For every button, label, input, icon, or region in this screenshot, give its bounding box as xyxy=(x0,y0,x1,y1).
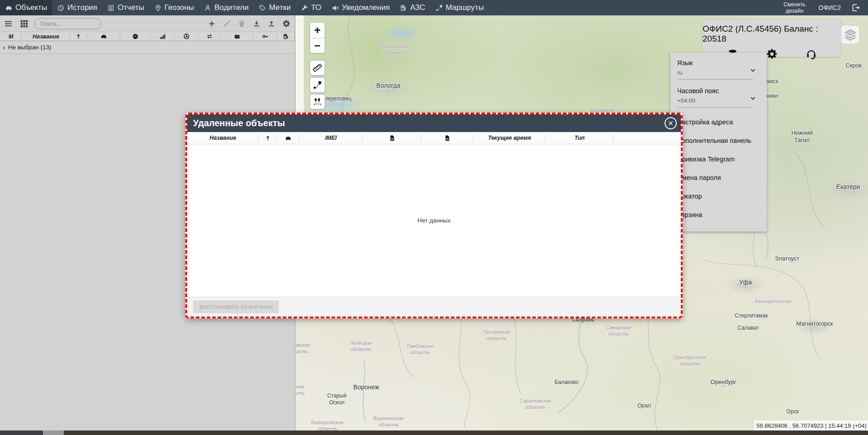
modal-column-header[interactable] xyxy=(277,132,299,144)
toolbar-button[interactable] xyxy=(251,19,261,28)
track-button[interactable] xyxy=(310,94,325,109)
timezone-select[interactable]: Часовой пояс +04:00 xyxy=(677,87,767,108)
top-nav: ОбъектыИсторияОтчетыГеозоныВодителиМетки… xyxy=(0,0,868,15)
toolbar-button[interactable] xyxy=(236,19,246,28)
nav-item[interactable]: АЗС xyxy=(395,0,430,15)
toolbar-button[interactable] xyxy=(222,19,231,28)
user-menu-item[interactable]: Дополнительная панель xyxy=(677,137,767,144)
nav-item[interactable]: Уведомления xyxy=(326,0,395,15)
nav-item-label: Маршруты xyxy=(446,3,484,12)
column-header-content xyxy=(206,33,213,40)
nav-item[interactable]: Геозоны xyxy=(149,0,199,15)
settings-gear-icon[interactable] xyxy=(766,48,778,60)
column-header[interactable] xyxy=(87,32,120,41)
toolbar-button[interactable] xyxy=(281,19,291,28)
language-value: ru xyxy=(677,69,753,80)
measure-distance-button[interactable] xyxy=(310,60,325,76)
column-header[interactable] xyxy=(253,32,277,41)
map-label: Орал xyxy=(637,402,651,409)
modal-column-header[interactable]: Тип xyxy=(546,132,613,144)
toolbar-button[interactable] xyxy=(207,19,217,28)
map-label: Тамбовская область xyxy=(406,343,434,356)
empty-state-text: Нет данных xyxy=(417,217,451,224)
toolbar-button[interactable] xyxy=(266,19,276,28)
nav-item[interactable]: История xyxy=(52,0,102,15)
map-label: Старый Оскол xyxy=(327,392,347,406)
column-header[interactable] xyxy=(151,32,175,41)
map-label: Липецкая область xyxy=(349,340,372,353)
user-menu-item[interactable]: Корзина xyxy=(677,211,767,218)
column-header[interactable] xyxy=(221,32,253,41)
user-menu-item[interactable]: Привязка Telegram xyxy=(677,156,767,163)
modal-column-header[interactable] xyxy=(259,132,277,144)
nav-item-label: Уведомления xyxy=(342,3,390,12)
map-label: Златоуст xyxy=(775,255,799,262)
zoom-out-button[interactable]: − xyxy=(310,38,325,53)
nav-right: Сменить дизайн ОФИС2 xyxy=(781,0,868,15)
column-header[interactable]: Название xyxy=(22,32,70,41)
nav-item-icon xyxy=(107,3,115,12)
column-header[interactable]: М xyxy=(0,32,22,41)
nav-item-icon xyxy=(435,3,443,12)
map-label: Салават xyxy=(737,325,759,331)
nav-item-icon xyxy=(204,3,212,12)
support-headset-icon[interactable] xyxy=(805,48,817,60)
bottom-bar xyxy=(0,430,868,435)
map-label: Череповец xyxy=(324,95,352,102)
column-header[interactable] xyxy=(175,32,198,41)
nav-item-icon xyxy=(400,3,407,12)
map-label: овская асть xyxy=(296,342,310,355)
user-menu-item[interactable]: Настройка адреса xyxy=(677,118,767,126)
grid-view-icon[interactable] xyxy=(19,19,29,28)
user-menu-item[interactable]: Локатор xyxy=(677,193,767,200)
nav-item[interactable]: Водители xyxy=(199,0,254,15)
change-design-button[interactable]: Сменить дизайн xyxy=(781,1,809,14)
map-label: Белгородская область xyxy=(311,420,344,430)
nav-item[interactable]: ТО xyxy=(296,0,326,15)
column-header-content xyxy=(159,33,166,40)
column-header[interactable] xyxy=(70,32,88,41)
modal-column-content: Текущее время xyxy=(488,135,531,141)
search-input[interactable] xyxy=(34,18,101,29)
column-header-content xyxy=(183,33,190,40)
timezone-value: +04:00 xyxy=(677,97,753,108)
modal-body: Нет данных xyxy=(187,144,681,297)
modal-column-header[interactable] xyxy=(421,132,473,144)
logout-icon[interactable] xyxy=(851,3,861,13)
map-label: Воронежская область xyxy=(373,416,404,428)
column-header[interactable] xyxy=(277,32,295,41)
language-select[interactable]: Язык ru xyxy=(677,59,767,80)
modal-column-header[interactable]: Текущее время xyxy=(473,132,546,144)
group-row-not-selected[interactable]: › Не выбран (13) xyxy=(0,41,295,54)
restore-from-trash-button[interactable]: ВОССТАНОВИТЬ ИЗ КОРЗИНЫ xyxy=(193,300,279,313)
nav-items: ОбъектыИсторияОтчетыГеозоныВодителиМетки… xyxy=(0,0,489,15)
nav-item[interactable]: Маршруты xyxy=(430,0,489,15)
menu-icon[interactable] xyxy=(4,19,13,28)
map-label: Уфа xyxy=(739,279,752,287)
column-header[interactable] xyxy=(198,32,220,41)
nav-item-label: Геозоны xyxy=(165,3,194,12)
map-label: Орск xyxy=(786,408,798,415)
user-menu-item[interactable]: Смена пароля xyxy=(677,174,767,181)
user-settings-menu: Язык ru Часовой пояс +04:00 Настройка ад… xyxy=(670,53,767,232)
nav-item[interactable]: Объекты xyxy=(0,0,52,15)
modal-table-header: НазваниеIMEIТекущее времяТип xyxy=(187,132,681,144)
zoom-in-button[interactable]: + xyxy=(310,23,325,38)
modal-column-header[interactable]: Название xyxy=(187,132,259,144)
timezone-label: Часовой пояс xyxy=(677,87,753,95)
map-label: Балаково xyxy=(554,379,578,386)
modal-column-header[interactable]: IMEI xyxy=(299,132,363,144)
sidebar-actions xyxy=(207,19,291,28)
nav-item[interactable]: Отчеты xyxy=(102,0,149,15)
map-label: Оренбург xyxy=(710,378,736,386)
map-layers-button[interactable] xyxy=(840,25,860,44)
account-balance-title: ОФИС2 (Л.С.45456) Баланс : 20518 xyxy=(703,24,841,44)
modal-column-header[interactable] xyxy=(363,132,421,144)
column-header[interactable] xyxy=(120,32,151,41)
nav-item[interactable]: Метки xyxy=(254,0,296,15)
expand-chevron-icon[interactable]: › xyxy=(3,44,5,51)
modal-close-button[interactable] xyxy=(665,117,677,129)
username-button[interactable]: ОФИС2 xyxy=(819,4,841,11)
route-button[interactable] xyxy=(310,77,325,93)
map-label: кая сть xyxy=(296,384,305,397)
